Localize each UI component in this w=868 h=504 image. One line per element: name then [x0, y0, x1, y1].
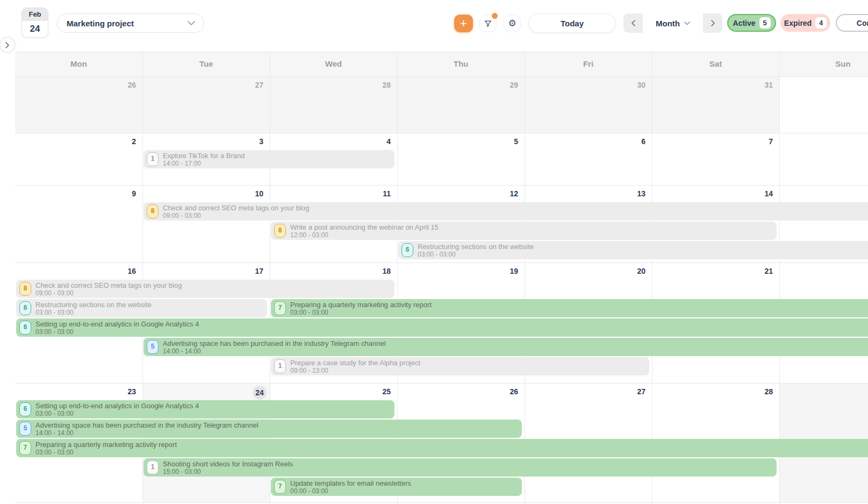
day-cell[interactable]: 9 [15, 185, 142, 262]
chevron-right-icon [5, 42, 9, 48]
day-number: 24 [253, 386, 267, 400]
event-bar[interactable]: 7Update templates for email newsletters0… [271, 478, 522, 496]
event-title: Prepare a case study for the Alpha proje… [290, 359, 420, 367]
event-number-badge: 6 [19, 301, 31, 315]
event-bar[interactable]: 7Preparing a quarterly marketing activit… [16, 439, 868, 457]
status-filter-label: Expired [784, 19, 812, 27]
add-event-button[interactable]: + [454, 15, 473, 32]
event-number-badge: 7 [274, 480, 286, 494]
status-filter-active[interactable]: Active 5 [727, 14, 776, 32]
calendar-app: MonTueWedThuFriSatSun2627282930312345679… [0, 0, 868, 504]
event-bar[interactable]: 6Restructuring sections on the website03… [398, 241, 868, 259]
event-time: 03:00 - 03:00 [35, 449, 74, 456]
event-bar[interactable]: 8Check and correct SEO meta tags on your… [16, 280, 394, 298]
prev-period-button[interactable] [623, 13, 643, 33]
event-title: Preparing a quarterly marketing activity… [35, 441, 177, 449]
event-title: Restructuring sections on the website [418, 243, 534, 251]
day-number: 6 [641, 137, 645, 146]
status-filter-completed[interactable]: Completed [836, 14, 868, 32]
day-number: 29 [510, 81, 518, 89]
gear-icon: ⚙ [508, 18, 516, 29]
event-number-badge: 8 [274, 224, 286, 238]
day-cell[interactable]: 27 [142, 76, 270, 133]
event-title: Check and correct SEO meta tags on your … [163, 204, 309, 212]
grid-column-line [652, 52, 652, 504]
day-number: 28 [382, 81, 391, 89]
event-number-badge: 6 [19, 402, 31, 416]
event-title: Setting up end-to-end analytics in Googl… [35, 402, 199, 410]
view-select[interactable]: Month [643, 13, 703, 33]
event-bar[interactable]: 6Setting up end-to-end analytics in Goog… [16, 318, 868, 337]
next-period-button[interactable] [703, 13, 722, 33]
settings-button[interactable]: ⚙ [504, 15, 521, 32]
event-number-badge: 1 [147, 460, 159, 474]
today-button[interactable]: Today [528, 13, 616, 33]
event-number-badge: 8 [19, 282, 31, 296]
day-number: 20 [637, 267, 645, 275]
chevron-down-icon [188, 21, 195, 25]
day-number: 19 [510, 267, 518, 275]
event-bar[interactable]: 1Shooting short videos for Instagram Ree… [144, 458, 777, 477]
event-title: Explore TikTok for a Brand [163, 152, 245, 160]
date-widget-month: Feb [22, 8, 48, 21]
event-number-badge: 6 [19, 321, 31, 335]
day-number: 27 [637, 387, 645, 396]
grid-row-line [15, 52, 868, 52]
status-filter-expired[interactable]: Expired 4 [780, 14, 830, 32]
day-number: 18 [382, 267, 391, 275]
day-cell[interactable]: 30 [525, 76, 652, 133]
event-time: 03:00 - 03:00 [35, 309, 74, 316]
event-time: 03:00 - 03:00 [418, 251, 456, 258]
day-number: 5 [514, 137, 518, 146]
event-bar[interactable]: 6Setting up end-to-end analytics in Goog… [16, 400, 394, 418]
day-cell[interactable]: 31 [652, 76, 779, 133]
day-header: Sat [652, 52, 779, 76]
event-number-badge: 5 [147, 340, 159, 354]
day-cell[interactable]: 29 [397, 76, 525, 133]
day-cell[interactable]: 5 [397, 133, 525, 185]
day-cell[interactable]: 2 [15, 133, 142, 185]
day-cell[interactable]: 6 [525, 133, 652, 185]
day-number: 4 [386, 137, 391, 146]
event-number-badge: 1 [147, 152, 159, 166]
project-select[interactable]: Marketing project [57, 13, 204, 33]
day-cell[interactable]: 10 [142, 185, 270, 262]
event-title: Restructuring sections on the website [35, 301, 152, 309]
event-bar[interactable]: 1Prepare a case study for the Alpha proj… [271, 357, 649, 375]
event-bar[interactable]: 7Preparing a quarterly marketing activit… [271, 299, 868, 317]
period-nav: Month [623, 13, 722, 33]
filter-button[interactable] [479, 15, 497, 32]
day-number: 27 [255, 81, 263, 89]
day-number: 7 [769, 137, 773, 146]
event-number-badge: 1 [274, 359, 286, 373]
day-cell[interactable] [779, 133, 868, 185]
sidebar-expand-button[interactable] [1, 38, 14, 52]
event-bar[interactable]: 5Advertising space has been purchased in… [16, 420, 522, 438]
day-cell[interactable]: 7 [652, 133, 779, 185]
event-bar[interactable]: 5Advertising space has been purchased in… [144, 338, 868, 356]
event-bar[interactable]: 8Write a post announcing the webinar on … [271, 222, 777, 240]
event-bar[interactable]: 6Restructuring sections on the website03… [16, 299, 267, 317]
event-title: Update templates for email newsletters [290, 479, 411, 487]
event-title: Preparing a quarterly marketing activity… [290, 301, 432, 309]
day-number: 16 [127, 267, 136, 275]
chevron-down-icon [684, 22, 690, 25]
event-number-badge: 8 [147, 204, 159, 218]
day-cell[interactable]: 26 [15, 76, 142, 133]
day-number: 13 [637, 189, 645, 198]
date-widget: Feb 24 [21, 8, 48, 38]
event-title: Setting up end-to-end analytics in Googl… [35, 320, 199, 328]
funnel-icon [483, 19, 493, 29]
event-bar[interactable]: 8Check and correct SEO meta tags on your… [144, 202, 868, 221]
grid-column-line [525, 52, 525, 504]
project-select-value: Marketing project [67, 19, 134, 28]
chevron-right-icon [711, 20, 715, 26]
day-number: 23 [127, 387, 136, 396]
event-time: 09:00 - 13:00 [290, 367, 328, 374]
event-number-badge: 7 [19, 441, 31, 455]
event-bar[interactable]: 1Explore TikTok for a Brand14:00 - 17:00 [144, 150, 394, 168]
day-number: 30 [637, 81, 645, 89]
day-cell[interactable] [779, 76, 868, 133]
day-number: 21 [764, 267, 773, 275]
day-cell[interactable]: 28 [270, 76, 397, 133]
